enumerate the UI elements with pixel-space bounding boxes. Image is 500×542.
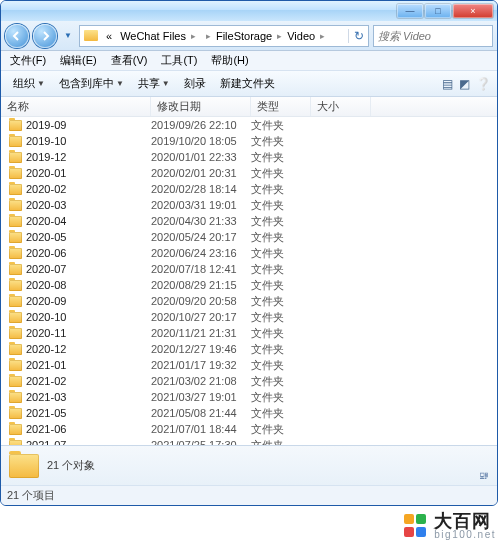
file-name: 2021-03 <box>26 391 66 403</box>
breadcrumb-back[interactable]: « <box>102 26 116 46</box>
file-date: 2021/01/17 19:32 <box>151 359 251 371</box>
table-row[interactable]: 2020-022020/02/28 18:14文件夹 <box>1 181 497 197</box>
table-row[interactable]: 2021-012021/01/17 19:32文件夹 <box>1 357 497 373</box>
help-button[interactable]: ❔ <box>476 77 491 91</box>
table-row[interactable]: 2019-122020/01/01 22:33文件夹 <box>1 149 497 165</box>
forward-button[interactable] <box>33 24 57 48</box>
table-row[interactable]: 2020-092020/09/20 20:58文件夹 <box>1 293 497 309</box>
file-date: 2020/10/27 20:17 <box>151 311 251 323</box>
table-row[interactable]: 2020-072020/07/18 12:41文件夹 <box>1 261 497 277</box>
file-type: 文件夹 <box>251 374 311 389</box>
history-dropdown[interactable]: ▼ <box>61 27 75 45</box>
menu-edit[interactable]: 编辑(E) <box>55 52 102 69</box>
view-options-button[interactable]: ▤ <box>442 77 453 91</box>
breadcrumb-seg-filestorage[interactable]: FileStorage <box>212 26 276 46</box>
file-name: 2020-04 <box>26 215 66 227</box>
table-row[interactable]: 2021-052021/05/08 21:44文件夹 <box>1 405 497 421</box>
file-type: 文件夹 <box>251 278 311 293</box>
share-button[interactable]: 共享▼ <box>132 74 176 93</box>
menu-view[interactable]: 查看(V) <box>106 52 153 69</box>
col-name[interactable]: 名称 <box>1 97 151 116</box>
menu-tools[interactable]: 工具(T) <box>156 52 202 69</box>
table-row[interactable]: 2020-082020/08/29 21:15文件夹 <box>1 277 497 293</box>
col-date[interactable]: 修改日期 <box>151 97 251 116</box>
details-summary: 21 个对象 <box>47 458 95 473</box>
breadcrumb[interactable]: « WeChat Files ▸ ▸ FileStorage ▸ Video ▸… <box>79 25 369 47</box>
table-row[interactable]: 2021-032021/03/27 19:01文件夹 <box>1 389 497 405</box>
menu-help[interactable]: 帮助(H) <box>206 52 253 69</box>
file-date: 2020/12/27 19:46 <box>151 343 251 355</box>
chevron-right-icon: ▸ <box>205 31 212 41</box>
col-type[interactable]: 类型 <box>251 97 311 116</box>
table-row[interactable]: 2020-062020/06/24 23:16文件夹 <box>1 245 497 261</box>
file-type: 文件夹 <box>251 198 311 213</box>
folder-icon <box>9 408 22 419</box>
folder-icon <box>9 344 22 355</box>
table-row[interactable]: 2021-022021/03/02 21:08文件夹 <box>1 373 497 389</box>
file-name: 2020-02 <box>26 183 66 195</box>
organize-button[interactable]: 组织▼ <box>7 74 51 93</box>
menu-file[interactable]: 文件(F) <box>5 52 51 69</box>
breadcrumb-seg-video[interactable]: Video <box>283 26 319 46</box>
folder-icon <box>9 248 22 259</box>
file-type: 文件夹 <box>251 246 311 261</box>
folder-icon <box>9 328 22 339</box>
close-button[interactable]: × <box>453 4 493 18</box>
forward-arrow-icon <box>40 31 50 41</box>
toolbar: 组织▼ 包含到库中▼ 共享▼ 刻录 新建文件夹 ▤ ◩ ❔ <box>1 71 497 97</box>
file-name: 2020-11 <box>26 327 66 339</box>
folder-icon <box>9 120 22 131</box>
chevron-right-icon: ▸ <box>190 31 197 41</box>
titlebar: — □ × <box>1 1 497 21</box>
breadcrumb-seg-hidden[interactable] <box>197 26 205 46</box>
table-row[interactable]: 2021-062021/07/01 18:44文件夹 <box>1 421 497 437</box>
table-row[interactable]: 2020-052020/05/24 20:17文件夹 <box>1 229 497 245</box>
breadcrumb-seg-wechat[interactable]: WeChat Files <box>116 26 190 46</box>
folder-icon <box>9 312 22 323</box>
minimize-button[interactable]: — <box>397 4 423 18</box>
include-library-button[interactable]: 包含到库中▼ <box>53 74 130 93</box>
new-folder-button[interactable]: 新建文件夹 <box>214 74 281 93</box>
folder-icon <box>9 280 22 291</box>
table-row[interactable]: 2020-122020/12/27 19:46文件夹 <box>1 341 497 357</box>
file-name: 2020-07 <box>26 263 66 275</box>
status-text: 21 个项目 <box>7 488 55 503</box>
details-pane: 21 个对象 🖳 <box>1 445 497 485</box>
file-date: 2020/01/01 22:33 <box>151 151 251 163</box>
folder-icon <box>9 296 22 307</box>
table-row[interactable]: 2019-102019/10/20 18:05文件夹 <box>1 133 497 149</box>
file-name: 2019-09 <box>26 119 66 131</box>
watermark-logo-icon <box>404 514 428 538</box>
file-type: 文件夹 <box>251 438 311 446</box>
file-list[interactable]: 2019-092019/09/26 22:10文件夹2019-102019/10… <box>1 117 497 445</box>
folder-icon <box>9 454 39 478</box>
folder-icon <box>9 424 22 435</box>
file-date: 2021/03/27 19:01 <box>151 391 251 403</box>
refresh-button[interactable]: ↻ <box>348 29 368 43</box>
file-date: 2020/08/29 21:15 <box>151 279 251 291</box>
table-row[interactable]: 2019-092019/09/26 22:10文件夹 <box>1 117 497 133</box>
file-name: 2020-09 <box>26 295 66 307</box>
file-name: 2020-01 <box>26 167 66 179</box>
table-row[interactable]: 2021-072021/07/25 17:30文件夹 <box>1 437 497 445</box>
file-name: 2021-01 <box>26 359 66 371</box>
preview-pane-button[interactable]: ◩ <box>459 77 470 91</box>
file-name: 2021-06 <box>26 423 66 435</box>
folder-icon <box>9 168 22 179</box>
back-button[interactable] <box>5 24 29 48</box>
table-row[interactable]: 2020-112020/11/21 21:31文件夹 <box>1 325 497 341</box>
file-date: 2020/06/24 23:16 <box>151 247 251 259</box>
table-row[interactable]: 2020-012020/02/01 20:31文件夹 <box>1 165 497 181</box>
file-type: 文件夹 <box>251 358 311 373</box>
search-input[interactable] <box>378 30 498 42</box>
table-row[interactable]: 2020-102020/10/27 20:17文件夹 <box>1 309 497 325</box>
chevron-right-icon: ▸ <box>276 31 283 41</box>
search-box[interactable]: 🔍 <box>373 25 493 47</box>
file-date: 2019/10/20 18:05 <box>151 135 251 147</box>
col-size[interactable]: 大小 <box>311 97 371 116</box>
table-row[interactable]: 2020-032020/03/31 19:01文件夹 <box>1 197 497 213</box>
nav-row: ▼ « WeChat Files ▸ ▸ FileStorage ▸ Video… <box>1 21 497 51</box>
maximize-button[interactable]: □ <box>425 4 451 18</box>
burn-button[interactable]: 刻录 <box>178 74 212 93</box>
table-row[interactable]: 2020-042020/04/30 21:33文件夹 <box>1 213 497 229</box>
